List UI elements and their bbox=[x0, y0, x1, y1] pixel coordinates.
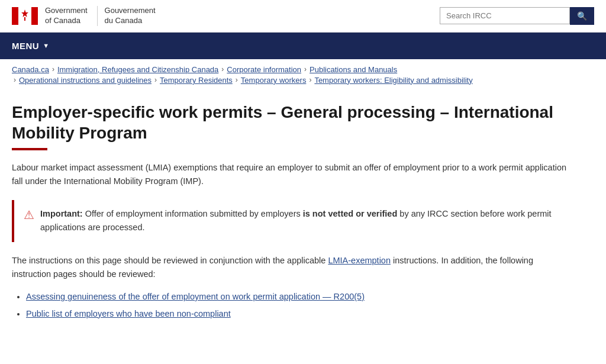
body-text-pre: The instructions on this page should be … bbox=[12, 256, 328, 265]
canada-flag-icon bbox=[12, 7, 38, 25]
main-nav: MENU ▼ bbox=[0, 33, 606, 59]
breadcrumb-section: Canada.ca › Immigration, Refugees and Ci… bbox=[0, 59, 606, 90]
breadcrumb-publications[interactable]: Publications and Manuals bbox=[310, 65, 397, 74]
title-underline bbox=[12, 148, 47, 150]
main-content: Employer-specific work permits – General… bbox=[0, 90, 580, 344]
breadcrumb-sep-4: › bbox=[14, 76, 16, 84]
breadcrumb-ircc[interactable]: Immigration, Refugees and Citizenship Ca… bbox=[57, 65, 218, 74]
svg-rect-4 bbox=[24, 17, 25, 21]
important-text-pre: Offer of employment information submitte… bbox=[83, 209, 303, 218]
breadcrumb-sep-2: › bbox=[221, 65, 224, 73]
site-header: Government of Canada Gouvernement du Can… bbox=[0, 0, 606, 33]
breadcrumb-canada[interactable]: Canada.ca bbox=[12, 65, 49, 74]
list-item: Public list of employers who have been n… bbox=[26, 307, 568, 321]
search-button[interactable]: 🔍 bbox=[570, 7, 594, 25]
menu-arrow-icon: ▼ bbox=[43, 42, 49, 49]
list-link-2[interactable]: Public list of employers who have been n… bbox=[26, 309, 231, 318]
important-label: Important: bbox=[40, 209, 83, 218]
breadcrumb-row-1: Canada.ca › Immigration, Refugees and Ci… bbox=[12, 65, 594, 74]
lmia-exemption-link[interactable]: LMIA-exemption bbox=[328, 256, 391, 265]
list-item: Assessing genuineness of the offer of em… bbox=[26, 289, 568, 304]
breadcrumb-temp-residents[interactable]: Temporary Residents bbox=[160, 76, 233, 85]
government-name: Government of Canada bbox=[45, 6, 88, 26]
important-bold-text: is not vetted or verified bbox=[303, 209, 398, 218]
breadcrumb-row-2: › Operational instructions and guideline… bbox=[12, 76, 594, 85]
important-icon: ⚠ bbox=[24, 208, 34, 222]
search-area: 🔍 bbox=[440, 7, 594, 25]
svg-rect-1 bbox=[31, 7, 38, 25]
important-text-content: Important: Offer of employment informati… bbox=[40, 207, 559, 234]
breadcrumb-sep-6: › bbox=[236, 76, 238, 84]
government-name-fr: Gouvernement du Canada bbox=[97, 6, 156, 26]
instruction-list: Assessing genuineness of the offer of em… bbox=[26, 289, 568, 321]
logo-area: Government of Canada Gouvernement du Can… bbox=[12, 6, 156, 26]
breadcrumb-operational[interactable]: Operational instructions and guidelines bbox=[19, 76, 152, 85]
intro-paragraph: Labour market impact assessment (LMIA) e… bbox=[12, 161, 568, 188]
body-paragraph-1: The instructions on this page should be … bbox=[12, 254, 568, 281]
breadcrumb-sep-5: › bbox=[154, 76, 157, 84]
menu-label: MENU bbox=[12, 41, 39, 51]
breadcrumb-sep: › bbox=[52, 65, 54, 73]
breadcrumb-corporate[interactable]: Corporate information bbox=[227, 65, 301, 74]
breadcrumb-eligibility[interactable]: Temporary workers: Eligibility and admis… bbox=[314, 76, 472, 85]
breadcrumb-sep-7: › bbox=[309, 76, 311, 84]
search-icon: 🔍 bbox=[577, 11, 587, 21]
important-box: ⚠ Important: Offer of employment informa… bbox=[12, 200, 568, 241]
svg-rect-0 bbox=[12, 7, 18, 25]
page-title: Employer-specific work permits – General… bbox=[12, 102, 568, 143]
breadcrumb-sep-3: › bbox=[304, 65, 307, 73]
search-input[interactable] bbox=[440, 7, 570, 24]
breadcrumb-temp-workers[interactable]: Temporary workers bbox=[241, 76, 307, 85]
menu-button[interactable]: MENU ▼ bbox=[12, 33, 50, 59]
list-link-1[interactable]: Assessing genuineness of the offer of em… bbox=[26, 292, 365, 301]
